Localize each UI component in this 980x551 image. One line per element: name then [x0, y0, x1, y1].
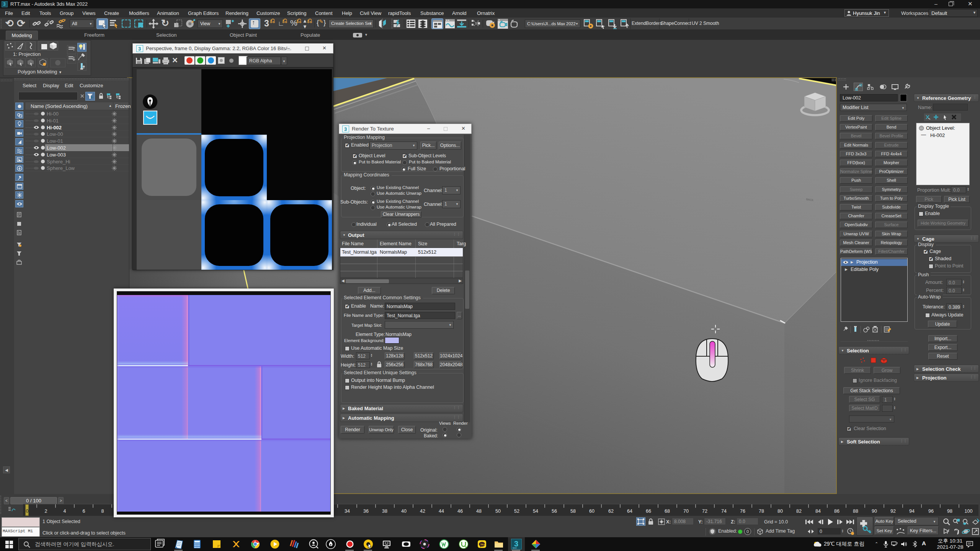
svg-text:TALK: TALK — [480, 543, 485, 546]
